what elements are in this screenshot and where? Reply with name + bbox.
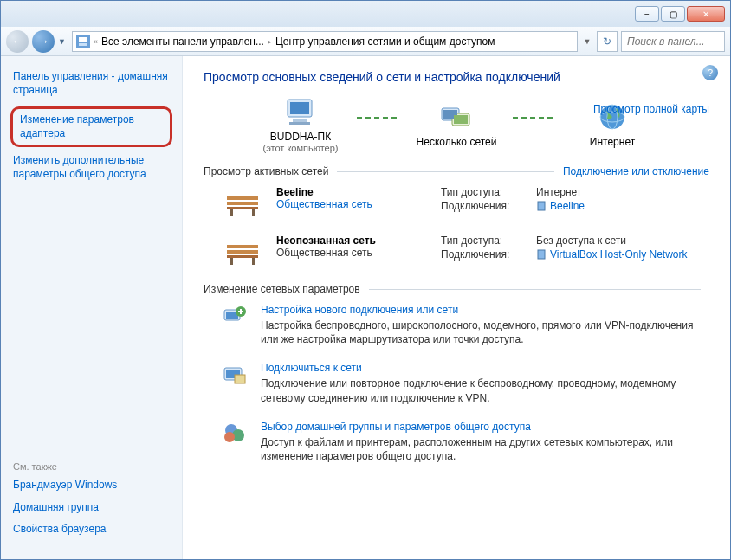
search-input[interactable] (621, 31, 725, 52)
settings-section: Настройка нового подключения или сети На… (204, 304, 709, 463)
change-settings-header: Изменение сетевых параметров (204, 283, 709, 295)
access-type-label: Тип доступа: (441, 186, 536, 198)
window: − ▢ ✕ ← → ▼ « Все элементы панели управл… (0, 0, 731, 560)
breadcrumb-item[interactable]: Центр управления сетями и общим доступом (275, 35, 495, 48)
connect-to-network-link[interactable]: Подключиться к сети (261, 362, 709, 374)
access-type-value: Без доступа к сети (536, 235, 626, 247)
access-type-value: Интернет (536, 186, 581, 198)
adapter-settings-link[interactable]: Изменение параметров адаптера (10, 106, 172, 147)
homegroup-link[interactable]: Домашняя группа (13, 501, 170, 515)
browser-properties-link[interactable]: Свойства браузера (13, 523, 170, 537)
setting-row: Подключиться к сети Подключение или повт… (204, 362, 709, 404)
active-networks-label: Просмотр активных сетей (204, 165, 328, 177)
navbar: ← → ▼ « Все элементы панели управлен... … (1, 27, 730, 56)
connect-network-icon (221, 362, 249, 386)
breadcrumb[interactable]: « Все элементы панели управлен... ▸ Цент… (72, 31, 578, 52)
svg-rect-15 (227, 202, 258, 205)
breadcrumb-sep-icon: ▸ (266, 37, 274, 46)
connection-link[interactable]: Beeline (536, 200, 585, 212)
setting-row: Выбор домашней группы и параметров общег… (204, 421, 709, 463)
svg-rect-2 (79, 43, 87, 46)
svg-rect-24 (252, 258, 255, 265)
breadcrumb-dropdown[interactable]: ▼ (581, 37, 593, 46)
network-name: Beeline (276, 186, 441, 198)
computer-icon (282, 96, 319, 127)
nav-forward-button[interactable]: → (32, 30, 55, 53)
change-settings-label: Изменение сетевых параметров (204, 283, 360, 295)
page-title: Просмотр основных сведений о сети и наст… (204, 70, 709, 84)
help-icon[interactable]: ? (702, 65, 718, 80)
network-row: Неопознанная сеть Общественная сеть Тип … (204, 235, 709, 269)
main-area: Панель управления - домашняя страница Из… (1, 56, 730, 559)
access-type-label: Тип доступа: (441, 235, 536, 247)
setting-desc: Доступ к файлам и принтерам, расположенн… (261, 435, 709, 463)
svg-rect-18 (252, 209, 255, 216)
park-bench-icon (221, 186, 264, 221)
maximize-button[interactable]: ▢ (661, 6, 685, 22)
titlebar: − ▢ ✕ (1, 1, 730, 27)
svg-rect-22 (227, 255, 258, 258)
svg-rect-14 (227, 196, 258, 200)
network-name: Неопознанная сеть (276, 235, 441, 247)
svg-rect-6 (289, 122, 310, 125)
control-panel-icon (76, 35, 90, 48)
connection-link[interactable]: VirtualBox Host-Only Network (536, 248, 688, 261)
map-networks: Несколько сетей (400, 101, 513, 148)
breadcrumb-overflow-icon[interactable]: « (92, 37, 100, 46)
svg-point-34 (224, 432, 235, 442)
adapter-icon (536, 200, 547, 212)
active-networks-header: Просмотр активных сетей Подключение или … (204, 165, 709, 177)
connections-label: Подключения: (441, 200, 536, 212)
map-connection-line (357, 117, 400, 119)
view-full-map-link[interactable]: Просмотр полной карты (593, 103, 709, 115)
see-also-label: См. также (13, 461, 170, 472)
connect-disconnect-link[interactable]: Подключение или отключение (563, 165, 709, 177)
svg-rect-1 (79, 37, 87, 42)
connections-label: Подключения: (441, 248, 536, 261)
map-networks-label: Несколько сетей (417, 136, 497, 148)
map-connection-line (513, 117, 556, 119)
network-type: Общественная сеть (276, 247, 441, 259)
sidebar: Панель управления - домашняя страница Из… (1, 56, 183, 559)
svg-rect-20 (227, 245, 258, 248)
network-type-link[interactable]: Общественная сеть (276, 198, 441, 210)
map-pc-sub: (этот компьютер) (262, 143, 338, 153)
homegroup-sharing-link[interactable]: Выбор домашней группы и параметров общег… (261, 421, 709, 433)
breadcrumb-item[interactable]: Все элементы панели управлен... (101, 35, 264, 48)
map-internet-label: Интернет (590, 136, 635, 148)
svg-rect-4 (290, 102, 309, 114)
network-map: BUDDHA-ПК (этот компьютер) Несколько сет… (204, 96, 709, 153)
firewall-link[interactable]: Брандмауэр Windows (13, 479, 170, 492)
setup-new-connection-link[interactable]: Настройка нового подключения или сети (261, 304, 709, 316)
svg-rect-17 (230, 209, 233, 216)
advanced-sharing-link[interactable]: Изменить дополнительные параметры общего… (13, 154, 170, 181)
svg-rect-16 (227, 207, 258, 209)
close-button[interactable]: ✕ (687, 6, 725, 22)
refresh-button[interactable]: ↻ (597, 31, 618, 52)
svg-rect-19 (538, 202, 545, 210)
content: ? Просмотр основных сведений о сети и на… (183, 56, 730, 559)
homegroup-sharing-icon (221, 421, 249, 445)
park-bench-icon (221, 235, 264, 269)
map-pc-name: BUDDHA-ПК (270, 131, 331, 143)
setting-desc: Настройка беспроводного, широкополосного… (261, 319, 709, 346)
svg-rect-10 (454, 115, 468, 124)
network-row: Beeline Общественная сеть Тип доступа: И… (204, 186, 709, 221)
svg-rect-23 (230, 258, 233, 265)
svg-rect-21 (227, 250, 258, 254)
map-this-pc: BUDDHA-ПК (этот компьютер) (244, 96, 357, 153)
nav-back-button[interactable]: ← (6, 30, 29, 53)
setting-desc: Подключение или повторное подключение к … (261, 377, 709, 404)
multiple-networks-icon (438, 101, 475, 132)
svg-rect-31 (235, 375, 245, 383)
new-connection-icon (221, 304, 249, 328)
nav-history-dropdown[interactable]: ▼ (58, 37, 68, 46)
setting-row: Настройка нового подключения или сети На… (204, 304, 709, 346)
control-panel-home-link[interactable]: Панель управления - домашняя страница (13, 70, 170, 97)
adapter-icon (536, 248, 547, 261)
svg-rect-25 (538, 250, 545, 259)
svg-rect-5 (293, 119, 307, 122)
minimize-button[interactable]: − (635, 6, 659, 22)
